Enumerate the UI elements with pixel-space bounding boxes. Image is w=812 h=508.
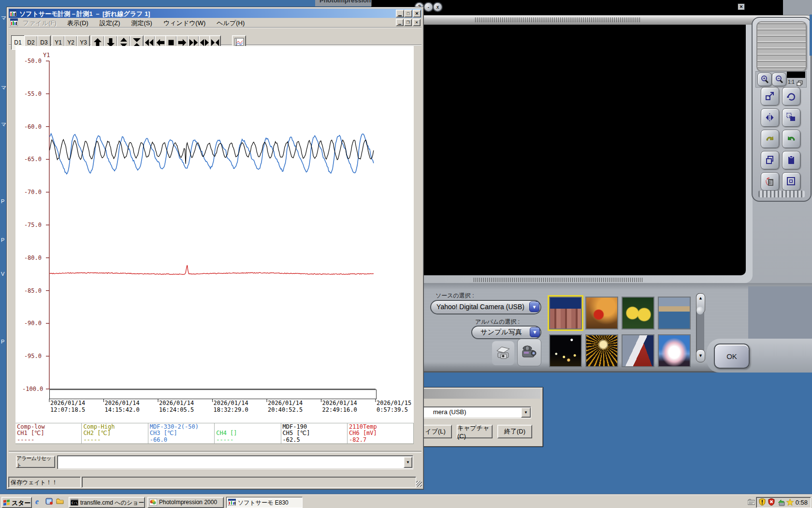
source-dropdown-arrow-icon[interactable]: ▼ (529, 301, 539, 312)
zoom-display (787, 72, 805, 78)
mdi-close-button[interactable]: ✕ (413, 19, 420, 26)
desktop-icon-label-fragment: マ (1, 121, 6, 128)
album-select-value: サンプル写真 (472, 328, 530, 337)
pi-image-close-icon[interactable]: ✕ (738, 3, 745, 10)
mdi-minimize-button[interactable]: ▁ (396, 19, 404, 26)
camera-combo-arrow-icon[interactable]: ▼ (521, 407, 531, 418)
thumb-yellow-flowers[interactable] (622, 297, 654, 329)
pi-grille (756, 21, 807, 72)
minimize-button[interactable]: ▁ (396, 10, 404, 17)
camera-button[interactable] (517, 339, 541, 366)
zoom-out-button[interactable] (772, 73, 786, 86)
thumbnail-scrollbar[interactable]: ▲ ▼ (696, 293, 704, 361)
thermo-window-icon (10, 10, 16, 16)
legend-cell: Comp-High CH2 [℃] ----- (82, 423, 148, 444)
video-camera-icon (521, 344, 538, 361)
svg-text:C:\: C:\ (72, 501, 78, 505)
thumb-cardinal-bird[interactable] (585, 297, 618, 329)
pi-flip-horizontal-button[interactable] (761, 108, 779, 127)
chart-panel: Y1-50.0-55.0-60.0-65.0-70.0-75.0-80.0-85… (15, 46, 414, 443)
scroll-down-button[interactable]: ▼ (696, 349, 705, 362)
album-dropdown-arrow-icon[interactable]: ▼ (530, 327, 540, 337)
menubar: ファイル(F)表示(D)設定(Z)測定(S)ウィンドウ(W)ヘルプ(H) ▁ ❐… (9, 18, 421, 28)
system-tray: 0:58 (756, 497, 811, 508)
source-select-label: ソースの選択 : (435, 292, 474, 300)
capture-dialog-button-1[interactable]: キャプチャ(C) (457, 425, 493, 438)
pi-crop-button[interactable] (782, 108, 800, 127)
fit-window-icon[interactable] (797, 79, 803, 85)
chart-range-bar[interactable] (49, 389, 377, 399)
maximize-button[interactable]: □ (404, 10, 412, 17)
thumb-desert-spires[interactable] (549, 297, 582, 329)
legend-cell: Comp-low CH1 [℃] ----- (15, 423, 82, 444)
pi-clear-button[interactable] (782, 172, 800, 191)
task-button-0[interactable]: C:\transfile.cmd へのショート... (69, 497, 145, 508)
source-select-value: Yahoo! Digital Camera (USB) (431, 303, 530, 311)
camera-combobox-text: mera (USB) (433, 408, 466, 416)
statusbar: 保存ウェイト！！ (8, 476, 422, 488)
tray-clock: 0:58 (796, 499, 808, 506)
pi-redo-button[interactable] (782, 130, 800, 148)
quicklaunch-mail-icon[interactable] (45, 498, 53, 505)
taskbar: スタート e C:\transfile.cmd へのショート...PhotoIm… (0, 494, 812, 508)
pi-window-close-button[interactable]: x (433, 2, 443, 12)
pi-undo-button[interactable] (761, 130, 779, 148)
keyboard-tray-icon[interactable] (748, 498, 755, 505)
task-button-1[interactable]: PhotoImpression 2000 (147, 497, 224, 508)
pi-delete-button[interactable] (761, 172, 779, 191)
quicklaunch-folder-icon[interactable] (56, 498, 64, 505)
pi-image-frame (371, 25, 753, 283)
desktop-icon-label-fragment: V (1, 271, 4, 277)
mdi-restore-button[interactable]: ❐ (404, 19, 412, 26)
tray-error-shield-icon (768, 498, 775, 506)
alarm-reset-button[interactable]: アラームリセット (16, 456, 55, 468)
start-button[interactable]: スタート (1, 497, 32, 508)
alarm-combo-arrow-icon[interactable]: ▼ (404, 457, 412, 468)
capture-dialog-button-2[interactable]: 終了(D) (497, 425, 532, 438)
capture-dialog-titlebar (413, 389, 540, 399)
thumb-sky-clouds[interactable] (658, 334, 691, 367)
pi-resize-button[interactable] (761, 87, 779, 105)
pi-image-canvas (371, 25, 746, 275)
photoimpression-window: ?-x ✕ 1:1 (371, 0, 812, 373)
close-button[interactable]: ✕ (413, 10, 421, 17)
pi-bottom-panel: ソースの選択 : Yahoo! Digital Camera (USB) ▼ ア… (371, 283, 812, 373)
thumb-harbor[interactable] (658, 297, 691, 329)
pi-taskbar-tab: PhotoImpression (315, 0, 372, 6)
thumb-night-city[interactable] (549, 334, 582, 367)
start-label: スタート (12, 499, 31, 508)
pi-control-panel: 1:1 (752, 17, 812, 202)
pi-window-minimize-button[interactable]: - (423, 2, 434, 12)
tray-update-icon (777, 499, 785, 506)
zoom-ratio-label: 1:1 (788, 79, 795, 85)
thermo-titlebar[interactable]: ソフトサーモ計測－計測1 － [折れ線グラフ 1] ▁ □ ✕ (9, 9, 421, 18)
legend-cell: MDF-330-2(-50) CH3 [℃] -66.0 (148, 423, 215, 444)
pi-copy-button[interactable] (761, 151, 779, 169)
capture-dialog-button-label: キャプチャ(C) (457, 424, 492, 440)
ok-button[interactable]: OK (714, 344, 750, 369)
source-select-dropdown[interactable]: Yahoo! Digital Camera (USB) ▼ (430, 300, 541, 314)
camera-combobox[interactable]: mera (USB) ▼ (420, 406, 531, 418)
desktop-icon-label-fragment: マ (1, 84, 6, 91)
thermo-window: ソフトサーモ計測－計測1 － [折れ線グラフ 1] ▁ □ ✕ ファイル(F)表… (6, 7, 424, 490)
scroll-thumb[interactable] (696, 307, 704, 314)
quicklaunch-ie-icon[interactable]: e (35, 497, 44, 506)
chart-legend: Comp-low CH1 [℃] -----Comp-High CH2 [℃] … (15, 423, 414, 444)
pi-paste-button[interactable] (782, 151, 800, 169)
desktop-icon-label-fragment: P (1, 339, 4, 344)
task-button-2[interactable]: ソフトサーモ E830 (226, 497, 303, 508)
thumb-gold-abstract[interactable] (585, 334, 618, 367)
desktop-icon-label-fragment: マ (1, 15, 6, 22)
resize-grip[interactable] (416, 481, 422, 487)
scanner-button[interactable] (492, 341, 514, 365)
legend-cell: MDF-190 CH5 [℃] -62.5 (281, 423, 348, 444)
alarm-combobox[interactable]: ▼ (57, 455, 413, 469)
thumb-lighthouse[interactable] (622, 334, 654, 367)
pi-rotate-button[interactable] (782, 87, 800, 105)
alarm-reset-label: アラームリセット (16, 455, 55, 469)
zoom-in-button[interactable] (757, 73, 772, 86)
status-panel-right (82, 477, 416, 488)
desktop-icon-label-fragment: P (1, 237, 4, 243)
album-select-dropdown[interactable]: サンプル写真 ▼ (471, 326, 541, 339)
thermo-title: ソフトサーモ計測－計測1 － [折れ線グラフ 1] (19, 10, 150, 18)
